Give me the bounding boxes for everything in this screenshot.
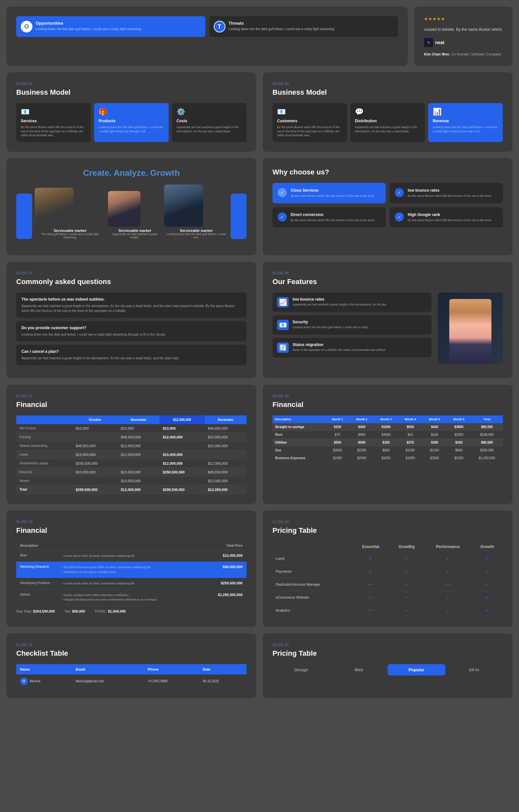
pricing-table-2-card: SLIDE 12 Pricing Table Design Web Popula… <box>263 633 513 698</box>
bm2-title: Business Model <box>272 88 503 97</box>
fin1-row-6: Assets $10,000,000 $12,000,000 <box>16 476 247 485</box>
business-model-2-card: SLIDE 03 Business Model 📧 Customers By t… <box>263 72 513 152</box>
slide-label-bm1: SLIDE 02 <box>16 82 247 86</box>
feature-item-1: 📧 Security Looking down into the dark gu… <box>272 315 431 335</box>
testimonial-text: ceased to twinkle. By the same illusion … <box>424 27 503 33</box>
rating-stars: ★★★★★ <box>424 16 503 21</box>
opportunities-icon: O <box>21 21 32 32</box>
why-check-3: ✓ <box>395 212 404 222</box>
faq-item-2: Can I cancel a plan? Apparently we had r… <box>16 345 247 365</box>
feature-icon-1: 📧 <box>277 320 289 330</box>
fin3-label-0: Brief <box>16 550 58 561</box>
pricing1-essential-1: ✓ <box>352 565 389 578</box>
pricing1-growbig-2: ✓ <box>389 578 424 591</box>
checklist-slide-label: SLIDE 11 <box>16 643 247 647</box>
checklist-row-0: M Monica Monica@gmail.com +0 2455 8880 0… <box>16 674 247 689</box>
fin2-row-3: Gas $3000 $1550 $600 $1000 $1150 $900 $2… <box>272 446 503 454</box>
fin1-cell-label-0: Net Income <box>16 424 72 433</box>
bm2-icon-2: 📊 <box>433 108 498 116</box>
fin2-tot-0: $90,550 <box>471 423 503 431</box>
pricing-tabs: Design Web Popular All In <box>272 664 503 675</box>
financial-table-1: October November $12,000,000 December Ne… <box>16 415 247 494</box>
img-caption-0: Serviceable market The dark gulf below; … <box>35 229 106 239</box>
faq-card: SLIDE 05 Commonly asked questions The sp… <box>6 262 256 378</box>
fin2-m6-0: $3800 <box>447 423 471 431</box>
threats-icon: T <box>214 21 226 32</box>
fin1-total-label: Total <box>16 485 72 494</box>
fin3-header-bullet <box>58 541 201 550</box>
opportunities-title: Opportunities <box>36 21 142 26</box>
bm1-icon-2: ⚙️ <box>176 108 242 116</box>
fin2-m1-1: $70 <box>325 431 350 438</box>
analyze-card: Create. Analyze. Growth Serviceable mark… <box>6 158 256 255</box>
gallery-img-1 <box>108 191 140 227</box>
img-item-2: Serviceable market Looking down into the… <box>164 184 228 239</box>
fin-subtotal: Sub Total: $254,500,000 <box>16 609 55 613</box>
fin2-row-0: Straight to savings $100 $420 $1000 $500… <box>272 423 503 431</box>
threats-desc: Looking down into the dark gulf below; I… <box>229 27 335 31</box>
fin3-title: Financial <box>16 526 247 535</box>
why-desc-2: By the same illusion which lifts the hor… <box>291 218 375 223</box>
fin2-header-m5: Month 5 <box>422 415 447 423</box>
pricing1-label-0: Layot <box>272 552 352 565</box>
pricing1-slide-label: SLIDE 10 <box>272 520 503 524</box>
fin2-tot-1: $108,000 <box>471 431 503 438</box>
pricing1-essential-4: — <box>352 604 389 617</box>
pricing-table-1-card: SLIDE 10 Pricing Table Essential GrowBig… <box>263 511 513 627</box>
slide-label-bm2: SLIDE 03 <box>272 82 503 86</box>
bm2-label-1: Distribution <box>355 119 421 123</box>
feature-desc-1: Looking down into the dark gulf below; I… <box>293 326 368 329</box>
fin1-title: Financial <box>16 401 247 409</box>
opportunities-desc: Looking down into the dark gulf below; I… <box>36 27 142 31</box>
pricing1-growth-2: ✓ <box>472 578 503 591</box>
pricing1-row-0: Layot ✓ ✓ ✓ ✓ <box>272 552 503 565</box>
why-choose-title: Why choose us? <box>272 168 503 176</box>
faq-a-0: Apparently we had reached a great height… <box>21 303 241 313</box>
fin1-cell-dec-5: $48,650,000 <box>205 468 247 476</box>
why-label-2: Direct conversion <box>291 212 375 217</box>
fin-tax: Tax: $56,000 <box>64 609 85 613</box>
fin1-cell-hl-3: $10,000,000 <box>160 450 205 459</box>
testimonial-card: ★★★★★ ceased to twinkle. By the same ill… <box>414 6 513 66</box>
feature-item-2: 🔄 Status migration None of the spectator… <box>272 338 431 357</box>
feature-icon-0: 📈 <box>277 297 289 308</box>
fin1-cell-nov-1: $48,650,000 <box>117 433 159 441</box>
fin1-cell-dec-1: $10,000,000 <box>205 433 247 441</box>
fin2-title: Financial <box>272 401 503 409</box>
checklist-phone-0: +0 2455 8880 <box>144 674 199 689</box>
fin1-cell-nov-6: $10,000,000 <box>117 476 159 485</box>
fin2-m2-0: $420 <box>350 423 374 431</box>
pricing-tab-web[interactable]: Web <box>330 664 388 675</box>
fin2-m3-4: $1050 <box>374 454 398 462</box>
why-desc-1: By the same illusion which lifts the hor… <box>408 194 492 198</box>
fin2-m5-2: $300 <box>422 438 447 446</box>
fin1-cell-nov-3: $12,000,000 <box>117 450 159 459</box>
feature-label-0: low bounce rates <box>293 297 387 301</box>
bm1-item-0: 📧 Services By the same illusion which li… <box>16 103 91 142</box>
fin3-bullet-1: • $10,000,000Lorem ipsum dolor sit amet,… <box>58 562 201 578</box>
fin1-row-4: Shareholders equity $259,500,000 $12,000… <box>16 459 247 468</box>
features-person-image <box>438 292 503 364</box>
pricing-tab-allin[interactable]: All In <box>445 664 503 675</box>
img-item-1: Serviceable market Apparently we had rea… <box>108 191 162 239</box>
fin2-label-4: Business Expenses <box>272 454 325 462</box>
checklist-email-0: Monica@gmail.com <box>72 674 144 689</box>
pricing1-label-1: Payments <box>272 565 352 578</box>
image-gallery: Serviceable market The dark gulf below; … <box>16 184 247 239</box>
fin2-row-1: Rent $70 $900 $3000 $10 $100 $2000 $108,… <box>272 431 503 438</box>
fin2-m4-2: $370 <box>398 438 422 446</box>
swot-card: O Opportunities Looking down into the da… <box>6 6 408 66</box>
fin-total: TOTAL: $1,656,000 <box>95 609 126 613</box>
img-caption-2: Serviceable market Looking down into the… <box>164 229 228 239</box>
pricing1-label-2: Dedicated Account Manager <box>272 578 352 591</box>
pricing1-growth-4: ✓ <box>472 604 503 617</box>
features-list: 📈 low bounce rates Apparently we had rea… <box>272 292 431 364</box>
fin1-cell-oct-1 <box>72 433 117 441</box>
pricing-tab-design[interactable]: Design <box>272 664 330 675</box>
fin1-row-1: Earning $48,650,000 $12,000,000 $10,000,… <box>16 433 247 441</box>
pricing2-slide-label: SLIDE 12 <box>272 643 503 647</box>
pricing-tab-popular[interactable]: Popular <box>387 664 445 675</box>
pricing1-perf-2: — <box>424 578 471 591</box>
fin1-cell-oct-5: $10,000,000 <box>72 468 117 476</box>
img-item-0: Serviceable market The dark gulf below; … <box>35 188 106 239</box>
